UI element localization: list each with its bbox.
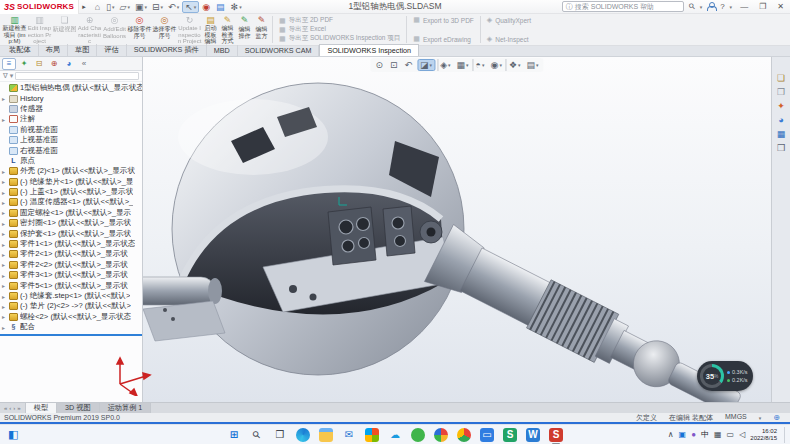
zoom-fit-icon[interactable]: ⊙ [373,59,386,71]
tree-item[interactable]: 零件1<1> (默认<<默认>_显示状态 [0,239,142,249]
select-cursor-icon[interactable]: ↖ ▾ [182,1,199,13]
expand-arrow-icon[interactable] [2,95,9,102]
wps-icon[interactable]: S [503,428,517,442]
search-icon[interactable]: ⚲ [686,1,697,12]
logo-flyout-arrow-icon[interactable]: ▸ [79,3,89,11]
export-menu-item[interactable]: ▦ 导出至 2D PDF [279,16,400,25]
sign-in-icon[interactable] [707,2,715,11]
expand-arrow-icon[interactable] [2,251,9,258]
quality-menu-item[interactable]: ◈ Net-Inspect [487,35,531,43]
tree-item[interactable]: 零件2<1> (默认<<默认>_显示状 [0,249,142,259]
ribbon-button[interactable]: ▥ Edit Inspection Project [27,15,52,44]
rebuild-icon[interactable]: ◉ [200,1,213,13]
ribbon-button[interactable]: ◎ 选择零件序号 [152,15,177,44]
expand-arrow-icon[interactable] [2,220,9,227]
propertymanager-tab[interactable]: ✦ [17,58,31,70]
tree-item[interactable]: L 原点 [0,156,142,166]
expand-arrow-icon[interactable] [2,324,9,331]
assembly-3d-model[interactable] [143,57,771,402]
export-menu-item[interactable]: ▦ Export eDrawing [413,35,474,43]
tree-item[interactable]: History [0,93,142,103]
ribbon-button[interactable]: ▥ 新建检查项目 (imp:M) [2,15,27,44]
net-speed-monitor-badge[interactable]: 35 % 0.3K/s 0.2K/s [697,361,753,391]
file-explorer-icon[interactable] [319,428,333,442]
new-file-icon[interactable]: ▯ ▾ [104,1,116,13]
zoom-area-icon[interactable]: ⊡ [388,59,401,71]
restore-button[interactable]: ❐ [756,2,769,11]
ribbon-tab[interactable]: MBD [207,45,238,56]
ribbon-tab[interactable]: 评估 [97,44,126,56]
ribbon-tab[interactable]: SOLIDWORKS CAM [238,45,320,56]
print-icon[interactable]: ⊟ ▾ [150,1,165,13]
tree-item[interactable]: 1型铝轴热电偶 (默认<默认_显示状态-1 [0,83,142,93]
start-button[interactable]: ⊞ [227,428,241,442]
appearances-tab-icon[interactable]: ◕ [778,115,783,125]
word-icon[interactable]: W [526,428,540,442]
tree-item[interactable]: (-) 温度传感器<1> (默认<<默认>_ [0,197,142,207]
tree-item[interactable]: 传感器 [0,104,142,114]
ribbon-tab[interactable]: 装配体 [2,44,39,56]
custom-properties-tab-icon[interactable]: ❒ [777,143,785,153]
ribbon-button[interactable]: ✎ 编辑检查方式 [219,15,236,44]
tree-item[interactable]: 零件2<2> (默认<<默认>_显示状 [0,260,142,270]
undo-icon[interactable]: ↶ ▾ [166,1,181,13]
home-icon[interactable]: ⌂ [93,1,103,13]
expand-arrow-icon[interactable] [2,241,9,248]
panel-splitter[interactable] [0,334,142,336]
expand-arrow-icon[interactable] [2,230,9,237]
ribbon-button[interactable]: ⊕ Add Characteristic [77,15,102,44]
ime-keyboard-icon[interactable]: ▦ [714,430,722,440]
search-button[interactable]: ⚲ [250,428,264,442]
expand-arrow-icon[interactable] [2,293,9,300]
graphics-area[interactable]: ⊙ ⊡ ↶ ◪ ▾ ◈ ▾ ▦ ▾ ◓ [143,57,771,402]
expand-arrow-icon[interactable] [2,282,9,289]
export-menu-item[interactable]: ▦ 导出至 SOLIDWORKS Inspection 项目 [279,34,400,43]
tree-item[interactable]: 外壳 (2)<1> (默认<<默认>_显示状 [0,166,142,176]
search-input[interactable]: ⓘ 搜索 SOLIDWORKS 帮助 [562,1,684,12]
annotation-view-icon[interactable]: ◈ ▾ [437,59,452,71]
previous-view-icon[interactable]: ↶ [403,59,416,71]
tab-scroll-arrow-icon[interactable]: » [17,405,20,411]
file-properties-icon[interactable]: ▤ [214,1,228,13]
tree-item[interactable]: 保护套<1> (默认<<默认>_显示状 [0,228,142,238]
mail-icon[interactable]: ✉ [342,428,356,442]
dimxpertmanager-tab[interactable]: ⊕ [47,58,61,70]
ribbon-tab[interactable]: SOLIDWORKS 插件 [127,44,207,56]
expand-arrow-icon[interactable] [2,199,9,206]
ribbon-button[interactable]: ✎ 编辑监方 [253,15,270,44]
ribbon-tab[interactable]: SOLIDWORKS Inspection [319,44,419,56]
view-orientation-icon[interactable]: ▦ ▾ [455,59,471,71]
export-menu-item[interactable]: ▦ Export to 3D PDF [413,16,474,24]
configurationmanager-tab[interactable]: ⊟ [32,58,46,70]
show-desktop-button[interactable] [784,427,786,443]
tree-item[interactable]: 零件3<1> (默认<<默认>_显示状 [0,270,142,280]
tree-item[interactable]: 上视基准面 [0,135,142,145]
design-library-tab-icon[interactable]: ❏ [777,73,785,83]
expand-arrow-icon[interactable] [2,189,9,196]
model-tab[interactable]: 模型 [26,403,57,413]
open-file-icon[interactable]: ▱ ▾ [118,1,132,13]
tree-item[interactable]: 密封圈<1> (默认<<默认>_显示状 [0,218,142,228]
units-dropdown-icon[interactable]: ▾ [759,415,762,421]
taskbar-clock[interactable]: 16:02 2022/8/15 [750,428,777,442]
tray-im-icon[interactable]: ● [691,430,696,440]
close-button[interactable]: ✕ [774,2,787,11]
browser-colorful-icon[interactable] [434,428,448,442]
ribbon-button[interactable]: ✎ 编辑操作 [236,15,253,44]
view-palette-tab-icon[interactable]: ✦ [777,101,785,111]
tab-scroll-arrow-icon[interactable]: « [4,405,7,411]
export-menu-item[interactable]: ▦ 导出至 Excel [279,25,400,34]
expand-arrow-icon[interactable] [2,209,9,216]
onedrive-icon[interactable]: ☁ [388,428,402,442]
ribbon-tab[interactable]: 布局 [39,44,68,56]
ime-mode-indicator[interactable]: 中 [701,430,709,440]
tab-scroll-arrow-icon[interactable]: ‹ [9,405,11,411]
chrome-icon[interactable] [457,428,471,442]
tree-item[interactable]: § 配合 [0,322,142,332]
model-tab[interactable]: 3D 视图 [57,403,100,413]
expand-arrow-icon[interactable] [2,261,9,268]
tree-item[interactable]: 前视基准面 [0,125,142,135]
tree-item[interactable]: 零件5<1> (默认<<默认>_显示状 [0,280,142,290]
globe-icon[interactable]: ⊕ [773,413,780,422]
app-360-icon[interactable] [411,428,425,442]
